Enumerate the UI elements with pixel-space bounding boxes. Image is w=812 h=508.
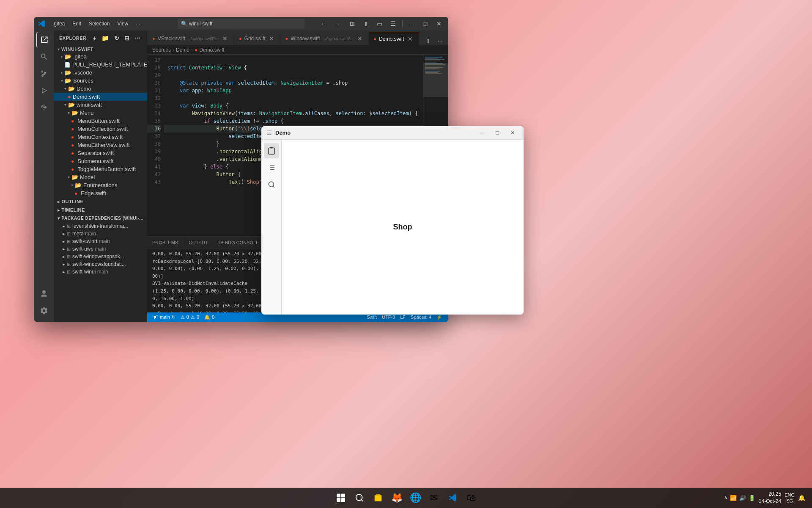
activity-scm[interactable] [36,66,52,81]
menu-edit[interactable]: Edit [69,19,85,28]
outline-section[interactable]: ▸ OUTLINE [54,197,147,206]
pkg-levenshtein[interactable]: ▸ ⊞ levenshtein-transforma... [54,222,147,230]
status-language[interactable]: Swift [364,315,379,320]
tab-close-vstack[interactable]: ✕ [222,35,228,42]
demo-close-button[interactable]: ✕ [507,129,518,137]
minimize-button[interactable]: ─ [406,19,418,28]
breadcrumb-sep1: › [173,47,174,53]
tab-close-grid[interactable]: ✕ [268,35,275,42]
panel-tab-problems[interactable]: PROBLEMS [147,237,184,248]
tab-grid[interactable]: ● Grid.swift ✕ [234,32,280,45]
tree-pull-request[interactable]: 📄 PULL_REQUEST_TEMPLATE... [54,61,147,69]
tab-close-demo[interactable]: ✕ [407,36,414,42]
split-editor-button[interactable]: ⫿ [422,36,434,45]
demo-search-icon[interactable] [264,177,279,192]
more-actions-button[interactable]: ··· [133,34,142,42]
search-input[interactable] [189,21,301,27]
breadcrumb-sources[interactable]: Sources [152,47,171,53]
layout-button[interactable]: ⊞ [346,19,358,28]
tab-demo[interactable]: ● Demo.swift ✕ [369,32,419,45]
demo-maximize-button[interactable]: □ [491,129,503,137]
pkg-swift-uwp[interactable]: ▸ ⊞ swift-uwp main [54,245,147,253]
tree-vscode[interactable]: ▸ 📂 .vscode [54,69,147,77]
demo-list-icon[interactable] [264,160,279,175]
status-errors[interactable]: ⚠ 0 ⚠ 0 [178,312,202,322]
menu-file[interactable]: .gitea [49,19,68,28]
taskbar-start-button[interactable] [332,489,349,506]
nav-forward-button[interactable]: → [331,19,343,28]
menu-selection[interactable]: Selection [85,19,113,28]
notifications-button[interactable]: 🔔 [798,494,805,501]
taskbar-browser-button[interactable]: 🦊 [388,489,405,506]
refresh-button[interactable]: ↻ [112,34,121,42]
status-encoding[interactable]: UTF-8 [379,315,398,320]
tree-enumerations[interactable]: ▾ 📂 Enumerations [54,181,147,189]
demo-minimize-button[interactable]: ─ [476,129,488,137]
taskbar-files-button[interactable] [370,489,387,506]
tree-menucollection[interactable]: ● MenuCollection.swift [54,125,147,133]
status-branch[interactable]: main ↻ [151,312,178,322]
tree-edge-swift[interactable]: ● Edge.swift [54,189,147,197]
collapse-button[interactable]: ⊟ [123,34,132,42]
panel-tab-debug[interactable]: DEBUG CONSOLE [213,237,264,248]
pkg-swift-windowsappsdk[interactable]: ▸ ⊞ swift-windowsappsdk... [54,253,147,260]
taskbar-lang[interactable]: ENG SG [785,492,795,504]
more-editor-actions[interactable]: ··· [434,36,446,45]
timeline-section[interactable]: ▸ TIMELINE [54,206,147,214]
breadcrumb-demo[interactable]: Demo [176,47,189,53]
tree-winui-swift-folder[interactable]: ▾ 📂 winui-swift [54,101,147,109]
pkg-meta[interactable]: ▸ ⊞ meta main [54,230,147,237]
activity-extensions[interactable] [36,100,52,115]
split-button[interactable]: ⫿ [360,19,372,28]
tree-gitea[interactable]: ▸ 📂 .gitea [54,52,147,61]
pkg-swift-cwinrt[interactable]: ▸ ⊞ swift-cwinrt main [54,237,147,245]
activity-search[interactable] [36,49,52,64]
tree-togglemenubutton[interactable]: ● ToggleMenuButton.swift [54,165,147,173]
pkg-swift-windowsfoundation[interactable]: ▸ ⊞ swift-windowsfoundati... [54,260,147,268]
tree-root[interactable]: ▾ WINUI-SWIFT [54,46,147,52]
tree-sources[interactable]: ▾ 📂 Sources [54,77,147,85]
activity-explorer[interactable] [36,32,52,47]
breadcrumb-demo-swift[interactable]: Demo.swift [199,47,224,53]
tree-menu-folder[interactable]: ▾ 📂 Menu [54,109,147,117]
tree-menucontext[interactable]: ● MenuContext.swift [54,133,147,141]
nav-back-button[interactable]: ← [318,19,329,28]
customize-button[interactable]: ☰ [387,19,399,28]
taskbar-store-button[interactable]: 🛍 [463,489,480,506]
panel-tab-output[interactable]: OUTPUT [184,237,213,248]
tree-separator[interactable]: ● Separator.swift [54,149,147,157]
tab-window[interactable]: ● Window.swift ...\\winui-swift\\... ✕ [280,32,369,45]
status-port[interactable]: ⚡ [434,315,445,320]
show-hidden-icons[interactable]: ∧ [724,495,727,501]
tree-menueitherView[interactable]: ● MenuEitherView.swift [54,141,147,149]
tree-model-folder[interactable]: ▾ 📂 Model [54,173,147,181]
activity-settings[interactable] [36,303,52,318]
pkg-swift-winui[interactable]: ▸ ⊞ swift-winui main [54,268,147,276]
taskbar-vscode-button[interactable] [444,489,461,506]
status-notifs[interactable]: 🔔 0 [202,312,217,322]
taskbar-clock[interactable]: 20:25 14-Oct-24 [759,491,781,505]
demo-clipboard-icon[interactable] [264,143,279,158]
tree-submenu[interactable]: ● Submenu.swift [54,157,147,165]
maximize-button[interactable]: □ [420,19,431,28]
new-folder-button[interactable]: 📁 [100,34,111,42]
taskbar-chrome-button[interactable]: 🌐 [407,489,424,506]
svg-rect-12 [337,498,340,502]
close-button[interactable]: ✕ [433,19,445,28]
tree-demo-swift[interactable]: ● Demo.swift [54,93,147,101]
new-file-button[interactable]: + [91,34,99,42]
activity-account[interactable] [36,286,52,301]
status-indent[interactable]: Spaces: 4 [408,315,434,320]
menu-view[interactable]: View [114,19,132,28]
taskbar-search-button[interactable] [351,489,368,506]
tree-menubutton[interactable]: ● MenuButton.swift [54,117,147,125]
taskbar-mail-button[interactable]: ✉ [425,489,442,506]
tree-demo-folder[interactable]: ▾ 📂 Demo [54,85,147,93]
tab-close-window[interactable]: ✕ [357,35,363,42]
activity-run[interactable] [36,83,52,98]
package-deps-section[interactable]: ▾ PACKAGE DEPENDENCIES (WINUI-... [54,214,147,222]
tab-vstack[interactable]: ● VStack.swift ...\\winui-swift\\... ✕ [147,32,234,45]
menu-more[interactable]: ··· [132,19,143,28]
panel-button[interactable]: ▭ [373,19,385,28]
status-lineending[interactable]: LF [398,315,408,320]
